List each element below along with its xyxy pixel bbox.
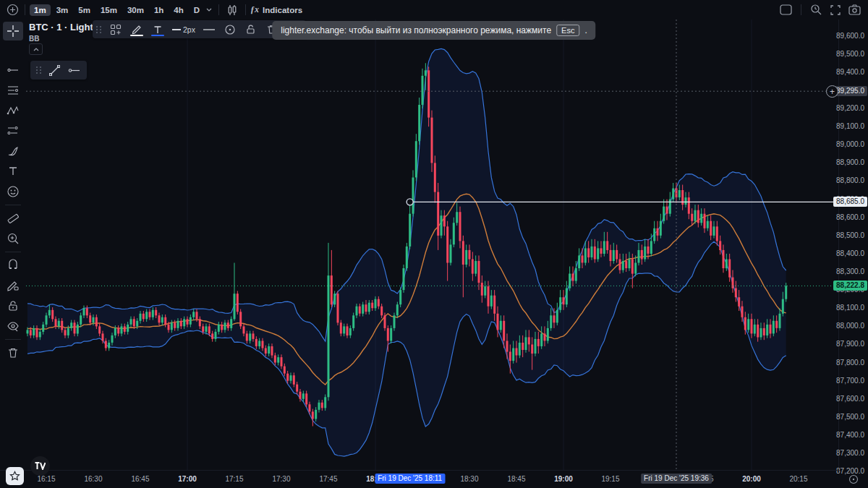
price-tick: 87,700.0 bbox=[836, 377, 864, 385]
chart-style-button[interactable] bbox=[224, 2, 241, 18]
prediction-tool-button[interactable] bbox=[3, 121, 23, 140]
emoji-tool-button[interactable] bbox=[3, 182, 23, 201]
favorites-star-button[interactable] bbox=[6, 467, 24, 485]
left-drawing-toolbar bbox=[0, 21, 26, 471]
candlestick-icon bbox=[226, 4, 238, 16]
chevron-down-icon bbox=[206, 8, 212, 12]
indicators-button[interactable]: ƒx Indicators bbox=[250, 4, 302, 15]
divider bbox=[5, 205, 21, 205]
topbar-right-group bbox=[780, 4, 868, 16]
line-color-button[interactable] bbox=[127, 22, 146, 37]
drag-handle[interactable] bbox=[36, 67, 42, 74]
settings-button[interactable] bbox=[221, 22, 239, 37]
crosshair-tool-button[interactable] bbox=[3, 22, 23, 40]
chart-canvas[interactable] bbox=[0, 0, 868, 488]
time-tick: 19:15 bbox=[601, 475, 619, 483]
time-tick: 16:45 bbox=[131, 475, 149, 483]
line-style-button[interactable] bbox=[200, 22, 218, 37]
forecast-icon bbox=[7, 124, 20, 137]
timeframe-button-15m[interactable]: 15m bbox=[96, 4, 122, 16]
scale-settings-icon[interactable] bbox=[848, 474, 859, 484]
top-toolbar: 1m3m5m15m30m1h4hD ƒx Indicators bbox=[0, 0, 868, 20]
chevron-up-icon bbox=[33, 48, 39, 51]
pencil-icon bbox=[132, 24, 142, 35]
zoom-in-icon bbox=[7, 232, 20, 245]
pattern-tool-button[interactable] bbox=[3, 101, 23, 120]
divider bbox=[5, 252, 21, 252]
hide-all-tool-button[interactable] bbox=[3, 317, 23, 335]
settings-dot-icon bbox=[224, 24, 236, 35]
time-tick: 17:30 bbox=[272, 475, 290, 483]
timeframe-dropdown-button[interactable] bbox=[204, 3, 214, 17]
price-tick: 87,600.0 bbox=[836, 395, 864, 403]
camera-icon[interactable] bbox=[848, 4, 861, 15]
timeframe-button-1h[interactable]: 1h bbox=[150, 4, 168, 16]
zoom-in-tool-button[interactable] bbox=[3, 229, 23, 248]
timeframe-button-5m[interactable]: 5m bbox=[74, 4, 95, 16]
color-swatch-white bbox=[130, 35, 143, 36]
divider bbox=[245, 4, 246, 15]
price-tick: 89,600.0 bbox=[836, 32, 864, 40]
line-width-label: 2px bbox=[183, 25, 195, 34]
horizontal-ray-fav-icon[interactable] bbox=[67, 64, 81, 77]
text-color-icon bbox=[153, 25, 163, 35]
symbol-title[interactable]: BTC · 1 · Lighter bbox=[29, 22, 102, 33]
toolbar-drag-handle[interactable] bbox=[96, 26, 102, 33]
timeframe-button-3m[interactable]: 3m bbox=[52, 4, 73, 16]
indicator-label[interactable]: BB bbox=[29, 35, 102, 43]
timeframe-button-4h[interactable]: 4h bbox=[169, 4, 187, 16]
price-tick: 88,400.0 bbox=[836, 249, 864, 257]
tradingview-logo[interactable] bbox=[30, 456, 50, 476]
notification-suffix: . bbox=[584, 25, 587, 35]
lock-all-tool-button[interactable] bbox=[3, 296, 23, 315]
price-tick: 88,300.0 bbox=[836, 267, 864, 275]
price-tick: 89,500.0 bbox=[836, 50, 864, 58]
line-width-button[interactable]: 2px bbox=[169, 22, 197, 37]
trading-app: { "topbar": { "timeframes": ["1m","3m","… bbox=[0, 0, 868, 488]
remove-all-tool-button[interactable] bbox=[3, 343, 23, 362]
maximize-icon[interactable] bbox=[780, 4, 792, 15]
timeframe-button-1m[interactable]: 1m bbox=[30, 4, 51, 16]
price-tick: 87,500.0 bbox=[836, 413, 864, 421]
price-tick: 89,100.0 bbox=[836, 122, 864, 130]
tv-monogram-icon bbox=[35, 462, 46, 470]
timeframe-button-30m[interactable]: 30m bbox=[123, 4, 148, 16]
lock-drawing-button[interactable] bbox=[242, 22, 260, 37]
current-price-badge: 88,222.8 bbox=[833, 281, 867, 291]
price-tick: 88,600.0 bbox=[836, 213, 864, 221]
price-tick: 88,000.0 bbox=[836, 322, 864, 330]
price-tick: 87,900.0 bbox=[836, 340, 864, 348]
fullscreen-icon[interactable] bbox=[830, 4, 841, 16]
line-width-icon bbox=[171, 25, 182, 35]
price-tick: 88,900.0 bbox=[836, 158, 864, 166]
fx-icon: ƒx bbox=[250, 4, 259, 15]
ray-time-badge: Fri 19 Dec '25 18:11 bbox=[375, 474, 445, 484]
fib-retracement-tool-button[interactable] bbox=[3, 81, 23, 100]
magnet-tool-button[interactable] bbox=[3, 256, 23, 275]
text-icon bbox=[7, 165, 20, 178]
templates-icon bbox=[110, 24, 122, 35]
brush-tool-button[interactable] bbox=[3, 142, 23, 160]
axis-corner bbox=[839, 471, 868, 488]
trend-line-fav-icon[interactable] bbox=[48, 64, 61, 77]
time-tick: 16:15 bbox=[37, 475, 55, 483]
legend-collapse-button[interactable] bbox=[29, 43, 43, 55]
ray-anchor-handle[interactable] bbox=[407, 199, 413, 205]
text-color-button[interactable] bbox=[148, 22, 167, 37]
drawing-mode-tool-button[interactable] bbox=[3, 276, 23, 295]
zoom-history-icon[interactable] bbox=[810, 4, 822, 16]
time-tick: 17:00 bbox=[178, 475, 197, 483]
crosshair-time-badge: Fri 19 Dec '25 19:36 bbox=[641, 474, 712, 484]
symbol-legend: BTC · 1 · Lighter BB bbox=[29, 22, 102, 43]
text-tool-button[interactable] bbox=[3, 162, 23, 181]
timeframe-button-D[interactable]: D bbox=[190, 4, 204, 16]
add-plus-button[interactable] bbox=[4, 2, 20, 18]
trash-icon bbox=[7, 346, 20, 359]
time-tick: 17:15 bbox=[225, 475, 243, 483]
measure-tool-button[interactable] bbox=[3, 209, 23, 228]
trend-line-tool-button[interactable] bbox=[3, 61, 23, 80]
template-button[interactable] bbox=[106, 22, 125, 37]
star-icon bbox=[9, 471, 20, 481]
price-tick: 88,100.0 bbox=[836, 304, 864, 312]
esc-key-badge: Esc bbox=[556, 25, 579, 36]
